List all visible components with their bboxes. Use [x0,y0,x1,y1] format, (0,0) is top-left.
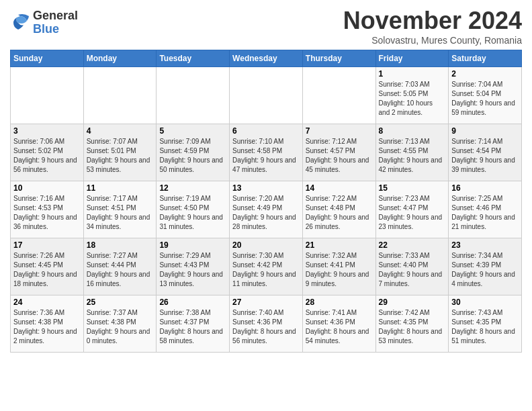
header-saturday: Saturday [449,50,522,67]
calendar-cell: 4Sunrise: 7:07 AMSunset: 5:01 PMDaylight… [83,124,157,181]
day-info: Sunrise: 7:03 AMSunset: 5:05 PMDaylight:… [379,80,446,118]
day-info: Sunrise: 7:09 AMSunset: 4:59 PMDaylight:… [159,137,226,175]
day-number: 23 [451,240,519,250]
day-number: 24 [13,298,81,307]
day-info: Sunrise: 7:40 AMSunset: 4:36 PMDaylight:… [232,308,300,346]
day-info: Sunrise: 7:17 AMSunset: 4:51 PMDaylight:… [87,194,154,232]
header-friday: Friday [375,50,449,67]
calendar-cell: 7Sunrise: 7:12 AMSunset: 4:57 PMDaylight… [302,124,375,181]
day-number: 13 [232,183,300,193]
day-info: Sunrise: 7:30 AMSunset: 4:42 PMDaylight:… [232,251,300,289]
day-number: 29 [379,298,446,307]
day-number: 1 [379,69,446,79]
day-info: Sunrise: 7:33 AMSunset: 4:40 PMDaylight:… [379,251,446,289]
calendar-header-row: SundayMondayTuesdayWednesdayThursdayFrid… [11,50,522,67]
header: General Blue November 2024 Solovastru, M… [10,7,522,46]
calendar-cell: 3Sunrise: 7:06 AMSunset: 5:02 PMDaylight… [11,124,84,181]
day-number: 3 [13,126,81,136]
header-monday: Monday [83,50,157,67]
day-number: 17 [13,240,81,250]
calendar-cell: 9Sunrise: 7:14 AMSunset: 4:54 PMDaylight… [449,124,522,181]
calendar-week-2: 3Sunrise: 7:06 AMSunset: 5:02 PMDaylight… [11,124,522,181]
logo-text: General Blue [33,9,78,36]
calendar-cell: 19Sunrise: 7:29 AMSunset: 4:43 PMDayligh… [157,238,230,295]
calendar-cell: 13Sunrise: 7:20 AMSunset: 4:49 PMDayligh… [230,181,303,238]
calendar-cell [83,67,157,124]
logo: General Blue [10,9,78,36]
calendar-cell [230,67,303,124]
calendar-table: SundayMondayTuesdayWednesdayThursdayFrid… [10,50,522,353]
day-number: 12 [159,183,226,193]
day-info: Sunrise: 7:23 AMSunset: 4:47 PMDaylight:… [379,194,446,232]
day-number: 18 [87,240,154,250]
day-number: 19 [159,240,226,250]
logo-icon [10,13,30,33]
calendar-week-1: 1Sunrise: 7:03 AMSunset: 5:05 PMDaylight… [11,67,522,124]
day-number: 10 [13,183,81,193]
day-number: 7 [306,126,373,136]
day-number: 2 [451,69,519,79]
calendar-cell: 2Sunrise: 7:04 AMSunset: 5:04 PMDaylight… [449,67,522,124]
day-number: 4 [87,126,154,136]
day-number: 26 [159,298,226,307]
calendar-cell: 30Sunrise: 7:43 AMSunset: 4:35 PMDayligh… [449,295,522,353]
day-number: 9 [451,126,519,136]
header-sunday: Sunday [11,50,84,67]
calendar-cell: 12Sunrise: 7:19 AMSunset: 4:50 PMDayligh… [157,181,230,238]
calendar-week-4: 17Sunrise: 7:26 AMSunset: 4:45 PMDayligh… [11,238,522,295]
day-info: Sunrise: 7:25 AMSunset: 4:46 PMDaylight:… [451,194,519,232]
logo-general-text: General [33,9,78,23]
day-info: Sunrise: 7:32 AMSunset: 4:41 PMDaylight:… [306,251,373,289]
day-number: 21 [306,240,373,250]
location-subtitle: Solovastru, Mures County, Romania [343,35,522,46]
day-number: 11 [87,183,154,193]
header-wednesday: Wednesday [230,50,303,67]
day-info: Sunrise: 7:43 AMSunset: 4:35 PMDaylight:… [451,308,519,346]
day-number: 8 [379,126,446,136]
day-info: Sunrise: 7:41 AMSunset: 4:36 PMDaylight:… [306,308,373,346]
day-info: Sunrise: 7:26 AMSunset: 4:45 PMDaylight:… [13,251,81,289]
day-info: Sunrise: 7:04 AMSunset: 5:04 PMDaylight:… [451,80,519,118]
day-info: Sunrise: 7:12 AMSunset: 4:57 PMDaylight:… [306,137,373,175]
day-number: 14 [306,183,373,193]
day-info: Sunrise: 7:34 AMSunset: 4:39 PMDaylight:… [451,251,519,289]
day-number: 16 [451,183,519,193]
calendar-cell: 28Sunrise: 7:41 AMSunset: 4:36 PMDayligh… [302,295,375,353]
day-info: Sunrise: 7:16 AMSunset: 4:53 PMDaylight:… [13,194,81,232]
calendar-cell [157,67,230,124]
calendar-cell: 15Sunrise: 7:23 AMSunset: 4:47 PMDayligh… [375,181,449,238]
day-info: Sunrise: 7:10 AMSunset: 4:58 PMDaylight:… [232,137,300,175]
day-number: 28 [306,298,373,307]
day-info: Sunrise: 7:29 AMSunset: 4:43 PMDaylight:… [159,251,226,289]
header-tuesday: Tuesday [157,50,230,67]
header-thursday: Thursday [302,50,375,67]
calendar-cell: 10Sunrise: 7:16 AMSunset: 4:53 PMDayligh… [11,181,84,238]
calendar-cell: 1Sunrise: 7:03 AMSunset: 5:05 PMDaylight… [375,67,449,124]
day-info: Sunrise: 7:37 AMSunset: 4:38 PMDaylight:… [87,308,154,346]
day-info: Sunrise: 7:14 AMSunset: 4:54 PMDaylight:… [451,137,519,175]
day-number: 5 [159,126,226,136]
day-number: 20 [232,240,300,250]
calendar-cell: 11Sunrise: 7:17 AMSunset: 4:51 PMDayligh… [83,181,157,238]
day-info: Sunrise: 7:19 AMSunset: 4:50 PMDaylight:… [159,194,226,232]
day-info: Sunrise: 7:07 AMSunset: 5:01 PMDaylight:… [87,137,154,175]
calendar-cell: 27Sunrise: 7:40 AMSunset: 4:36 PMDayligh… [230,295,303,353]
day-number: 30 [451,298,519,307]
calendar-cell: 21Sunrise: 7:32 AMSunset: 4:41 PMDayligh… [302,238,375,295]
day-number: 22 [379,240,446,250]
day-info: Sunrise: 7:42 AMSunset: 4:35 PMDaylight:… [379,308,446,346]
calendar-cell: 5Sunrise: 7:09 AMSunset: 4:59 PMDaylight… [157,124,230,181]
calendar-cell: 25Sunrise: 7:37 AMSunset: 4:38 PMDayligh… [83,295,157,353]
day-number: 25 [87,298,154,307]
calendar-cell: 24Sunrise: 7:36 AMSunset: 4:38 PMDayligh… [11,295,84,353]
day-info: Sunrise: 7:20 AMSunset: 4:49 PMDaylight:… [232,194,300,232]
calendar-cell: 8Sunrise: 7:13 AMSunset: 4:55 PMDaylight… [375,124,449,181]
logo-blue-text: Blue [33,23,78,36]
day-info: Sunrise: 7:36 AMSunset: 4:38 PMDaylight:… [13,308,81,346]
calendar-cell: 14Sunrise: 7:22 AMSunset: 4:48 PMDayligh… [302,181,375,238]
month-title: November 2024 [343,7,522,35]
day-info: Sunrise: 7:22 AMSunset: 4:48 PMDaylight:… [306,194,373,232]
title-area: November 2024 Solovastru, Mures County, … [343,7,522,46]
calendar-week-3: 10Sunrise: 7:16 AMSunset: 4:53 PMDayligh… [11,181,522,238]
calendar-cell: 18Sunrise: 7:27 AMSunset: 4:44 PMDayligh… [83,238,157,295]
